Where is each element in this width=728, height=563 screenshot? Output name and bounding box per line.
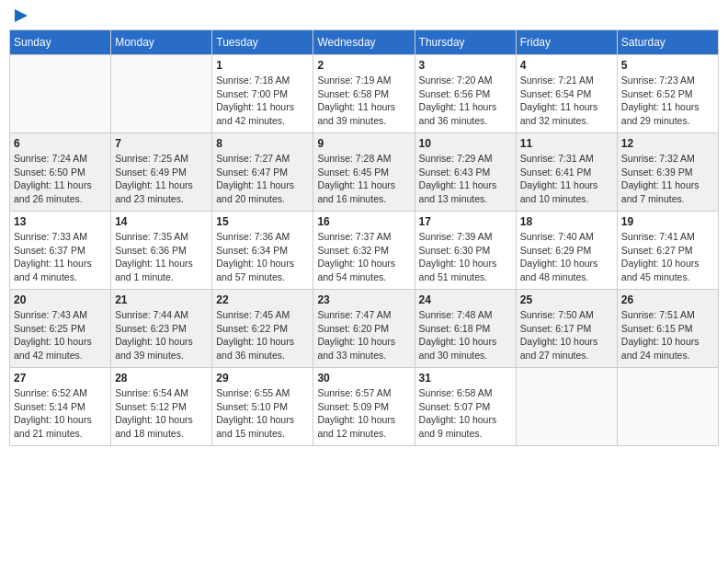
cell-content: Sunset: 6:18 PM <box>419 322 512 336</box>
cell-content: Daylight: 11 hours and 29 minutes. <box>621 100 714 127</box>
cell-content: Sunset: 6:15 PM <box>621 322 714 336</box>
cell-content: Daylight: 10 hours and 48 minutes. <box>520 257 613 283</box>
cell-content: Sunset: 5:10 PM <box>216 400 309 414</box>
cell-content: Daylight: 11 hours and 26 minutes. <box>14 178 107 205</box>
day-number: 11 <box>520 137 613 150</box>
calendar-cell: 27Sunrise: 6:52 AMSunset: 5:14 PMDayligh… <box>10 368 111 446</box>
day-number: 6 <box>14 137 107 150</box>
cell-content: Daylight: 11 hours and 42 minutes. <box>216 100 309 127</box>
cell-content: Daylight: 10 hours and 12 minutes. <box>317 413 410 440</box>
day-number: 14 <box>115 215 208 228</box>
calendar-cell: 23Sunrise: 7:47 AMSunset: 6:20 PMDayligh… <box>313 290 415 368</box>
cell-content: Sunset: 6:32 PM <box>317 244 410 258</box>
cell-content: Sunrise: 7:47 AM <box>317 308 410 322</box>
cell-content: Sunset: 6:25 PM <box>14 322 107 336</box>
logo <box>13 9 28 22</box>
cell-content: Sunset: 6:54 PM <box>520 87 613 101</box>
day-number: 4 <box>520 59 613 72</box>
calendar-cell: 5Sunrise: 7:23 AMSunset: 6:52 PMDaylight… <box>617 55 718 133</box>
day-number: 9 <box>317 137 410 150</box>
calendar-cell: 19Sunrise: 7:41 AMSunset: 6:27 PMDayligh… <box>617 212 718 290</box>
page-header <box>9 9 719 22</box>
cell-content: Daylight: 10 hours and 30 minutes. <box>419 335 512 362</box>
day-number: 7 <box>115 137 208 150</box>
calendar-cell: 20Sunrise: 7:43 AMSunset: 6:25 PMDayligh… <box>10 290 111 368</box>
calendar-cell: 12Sunrise: 7:32 AMSunset: 6:39 PMDayligh… <box>617 133 718 212</box>
calendar-cell <box>516 368 617 446</box>
cell-content: Sunrise: 7:43 AM <box>14 308 107 322</box>
day-number: 27 <box>14 372 107 385</box>
cell-content: Sunrise: 7:25 AM <box>115 152 208 166</box>
calendar-cell: 21Sunrise: 7:44 AMSunset: 6:23 PMDayligh… <box>111 290 212 368</box>
cell-content: Daylight: 10 hours and 51 minutes. <box>419 257 512 283</box>
calendar-cell: 14Sunrise: 7:35 AMSunset: 6:36 PMDayligh… <box>111 212 212 290</box>
cell-content: Sunrise: 7:19 AM <box>317 74 410 87</box>
cell-content: Sunrise: 6:57 AM <box>317 386 410 400</box>
calendar-cell: 30Sunrise: 6:57 AMSunset: 5:09 PMDayligh… <box>313 368 415 446</box>
cell-content: Sunrise: 7:40 AM <box>520 230 613 244</box>
cell-content: Sunrise: 7:32 AM <box>621 152 714 166</box>
calendar-cell: 25Sunrise: 7:50 AMSunset: 6:17 PMDayligh… <box>516 290 617 368</box>
cell-content: Sunset: 6:34 PM <box>216 244 309 258</box>
cell-content: Daylight: 11 hours and 4 minutes. <box>14 257 107 283</box>
calendar-cell <box>10 55 111 133</box>
calendar-week-row: 27Sunrise: 6:52 AMSunset: 5:14 PMDayligh… <box>10 368 719 446</box>
day-number: 24 <box>419 293 512 306</box>
calendar-cell: 13Sunrise: 7:33 AMSunset: 6:37 PMDayligh… <box>10 212 111 290</box>
cell-content: Sunset: 7:00 PM <box>216 87 309 101</box>
calendar-week-row: 6Sunrise: 7:24 AMSunset: 6:50 PMDaylight… <box>10 133 719 212</box>
weekday-header-friday: Friday <box>516 30 617 55</box>
cell-content: Sunset: 6:27 PM <box>621 244 714 258</box>
cell-content: Sunrise: 7:28 AM <box>317 152 410 166</box>
weekday-header-sunday: Sunday <box>10 30 111 55</box>
day-number: 28 <box>115 372 208 385</box>
calendar-cell <box>617 368 718 446</box>
calendar-cell: 26Sunrise: 7:51 AMSunset: 6:15 PMDayligh… <box>617 290 718 368</box>
logo-arrow-icon <box>15 9 28 22</box>
cell-content: Sunrise: 7:48 AM <box>419 308 512 322</box>
cell-content: Sunrise: 6:55 AM <box>216 386 309 400</box>
cell-content: Daylight: 10 hours and 42 minutes. <box>14 335 107 362</box>
cell-content: Sunrise: 7:39 AM <box>419 230 512 244</box>
calendar-cell: 8Sunrise: 7:27 AMSunset: 6:47 PMDaylight… <box>212 133 313 212</box>
cell-content: Daylight: 11 hours and 16 minutes. <box>317 178 410 205</box>
calendar-cell: 10Sunrise: 7:29 AMSunset: 6:43 PMDayligh… <box>415 133 516 212</box>
cell-content: Daylight: 10 hours and 18 minutes. <box>115 413 208 440</box>
calendar-cell: 9Sunrise: 7:28 AMSunset: 6:45 PMDaylight… <box>313 133 415 212</box>
cell-content: Daylight: 10 hours and 36 minutes. <box>216 335 309 362</box>
day-number: 21 <box>115 293 208 306</box>
cell-content: Daylight: 10 hours and 57 minutes. <box>216 257 309 283</box>
cell-content: Daylight: 10 hours and 45 minutes. <box>621 257 714 283</box>
day-number: 3 <box>419 59 512 72</box>
cell-content: Sunset: 6:23 PM <box>115 322 208 336</box>
day-number: 16 <box>317 215 410 228</box>
cell-content: Sunset: 5:12 PM <box>115 400 208 414</box>
day-number: 25 <box>520 293 613 306</box>
cell-content: Sunset: 6:39 PM <box>621 166 714 179</box>
calendar-cell: 1Sunrise: 7:18 AMSunset: 7:00 PMDaylight… <box>212 55 313 133</box>
calendar-cell: 11Sunrise: 7:31 AMSunset: 6:41 PMDayligh… <box>516 133 617 212</box>
calendar-week-row: 20Sunrise: 7:43 AMSunset: 6:25 PMDayligh… <box>10 290 719 368</box>
day-number: 22 <box>216 293 309 306</box>
day-number: 8 <box>216 137 309 150</box>
cell-content: Daylight: 11 hours and 32 minutes. <box>520 100 613 127</box>
calendar-cell: 7Sunrise: 7:25 AMSunset: 6:49 PMDaylight… <box>111 133 212 212</box>
day-number: 19 <box>621 215 714 228</box>
day-number: 17 <box>419 215 512 228</box>
cell-content: Sunrise: 7:33 AM <box>14 230 107 244</box>
day-number: 13 <box>14 215 107 228</box>
weekday-header-row: SundayMondayTuesdayWednesdayThursdayFrid… <box>10 30 719 55</box>
cell-content: Sunset: 6:50 PM <box>14 166 107 179</box>
cell-content: Sunset: 5:09 PM <box>317 400 410 414</box>
cell-content: Sunset: 6:52 PM <box>621 87 714 101</box>
cell-content: Sunset: 6:20 PM <box>317 322 410 336</box>
cell-content: Daylight: 10 hours and 9 minutes. <box>419 413 512 440</box>
cell-content: Sunset: 6:43 PM <box>419 166 512 179</box>
cell-content: Sunset: 6:58 PM <box>317 87 410 101</box>
calendar-cell: 3Sunrise: 7:20 AMSunset: 6:56 PMDaylight… <box>415 55 516 133</box>
day-number: 10 <box>419 137 512 150</box>
cell-content: Sunrise: 6:54 AM <box>115 386 208 400</box>
cell-content: Sunset: 6:30 PM <box>419 244 512 258</box>
day-number: 5 <box>621 59 714 72</box>
cell-content: Sunset: 5:14 PM <box>14 400 107 414</box>
